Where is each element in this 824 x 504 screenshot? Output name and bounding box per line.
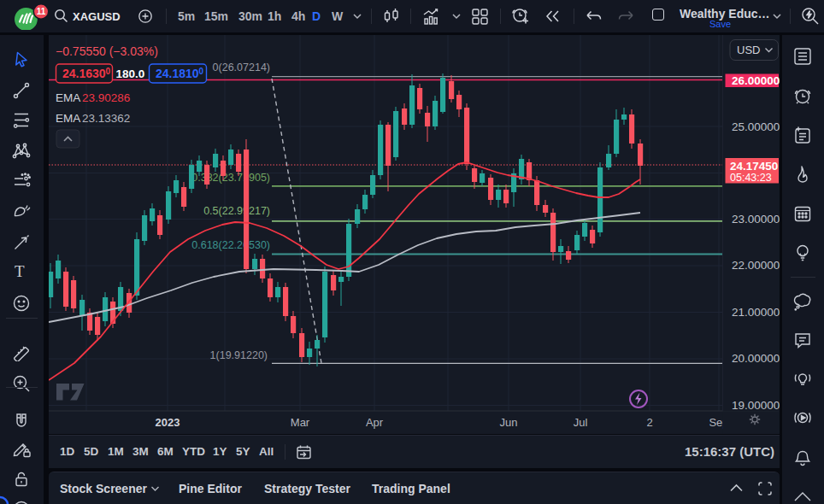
svg-text:Mar: Mar	[291, 416, 310, 429]
svg-text:EMA: EMA	[56, 112, 80, 125]
svg-text:26.00000: 26.00000	[732, 74, 780, 87]
svg-text:24.17450: 24.17450	[730, 160, 778, 173]
svg-text:23.90286: 23.90286	[82, 91, 130, 104]
svg-text:19.00000: 19.00000	[732, 399, 780, 412]
svg-text:Apr: Apr	[366, 416, 384, 429]
svg-text:180.0: 180.0	[116, 67, 145, 80]
svg-text:23.13362: 23.13362	[82, 112, 130, 125]
svg-text:20.00000: 20.00000	[732, 352, 780, 365]
svg-text:2023: 2023	[156, 416, 180, 429]
svg-text:24.18100: 24.18100	[156, 67, 204, 80]
svg-text:−0.75550 (−3.03%): −0.75550 (−3.03%)	[56, 44, 158, 58]
svg-text:05:43:23: 05:43:23	[730, 172, 772, 184]
svg-text:11: 11	[37, 7, 46, 16]
svg-text:Jun: Jun	[500, 416, 518, 429]
svg-text:EMA: EMA	[56, 91, 80, 104]
svg-text:25.00000: 25.00000	[732, 120, 780, 133]
svg-text:Jul: Jul	[574, 416, 588, 429]
svg-text:0.618(22.26530): 0.618(22.26530)	[191, 239, 270, 251]
svg-text:23.00000: 23.00000	[732, 213, 780, 226]
svg-text:0.5(22.99217): 0.5(22.99217)	[203, 205, 270, 217]
svg-text:21.00000: 21.00000	[732, 306, 780, 319]
svg-text:2: 2	[646, 416, 652, 429]
svg-text:USD: USD	[737, 44, 760, 56]
svg-text:0.382(23.71905): 0.382(23.71905)	[191, 172, 270, 184]
svg-text:1(19.91220): 1(19.91220)	[210, 349, 268, 361]
svg-text:24.16300: 24.16300	[62, 67, 111, 80]
svg-text:22.00000: 22.00000	[732, 259, 780, 272]
svg-text:0(26.07214): 0(26.07214)	[213, 62, 270, 73]
